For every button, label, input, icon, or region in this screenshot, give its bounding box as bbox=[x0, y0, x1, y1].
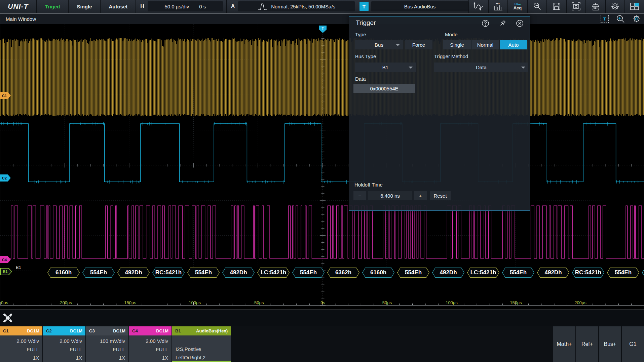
main-window: Main Window T T C1 C2 C4 B1 bbox=[0, 13, 644, 310]
acquire-panel[interactable]: Normal, 25kPts, 50.00MSa/s bbox=[238, 1, 355, 11]
auto-measure-icon[interactable] bbox=[469, 0, 488, 13]
time-axis-label: 50µs bbox=[382, 300, 392, 305]
chevron-down-icon bbox=[396, 44, 400, 46]
force-button[interactable]: Force bbox=[405, 40, 432, 49]
bus-frame: RC:5421h bbox=[572, 268, 604, 278]
mode-normal-button[interactable]: Normal bbox=[471, 40, 499, 49]
bus-lead-line bbox=[13, 273, 47, 273]
holdoff-increase-button[interactable]: + bbox=[414, 191, 427, 200]
data-value-input[interactable]: 0x0000554E bbox=[353, 84, 415, 93]
trigger-method-dropdown[interactable]: Data bbox=[434, 63, 528, 72]
bus-frame bbox=[642, 268, 644, 278]
help-icon[interactable] bbox=[482, 19, 489, 27]
bus-add-button[interactable]: Bus+ bbox=[599, 326, 621, 362]
data-label: Data bbox=[355, 76, 366, 82]
channel3-card[interactable]: C3 DC1M 100 mV/div FULL 1X bbox=[86, 326, 128, 362]
trigger-label-toggle-icon[interactable]: T bbox=[601, 15, 609, 23]
ch2-bandwidth: FULL bbox=[46, 345, 82, 354]
save-icon[interactable] bbox=[547, 0, 566, 13]
time-axis-label: 0µs bbox=[1, 300, 8, 305]
trigger-info: Bus AudioBus bbox=[404, 4, 435, 9]
ch1-bandwidth: FULL bbox=[3, 345, 39, 354]
bus-frame: 554Eh bbox=[82, 268, 115, 278]
single-button[interactable]: Single bbox=[69, 0, 100, 13]
clear-icon[interactable] bbox=[586, 0, 605, 13]
ch2-probe: 1X bbox=[46, 354, 82, 362]
bus-frame: 492Dh bbox=[117, 268, 150, 278]
bus-frame: 554Eh bbox=[502, 268, 534, 278]
channel1-card[interactable]: C1 DC1M 2.00 V/div FULL 1X bbox=[0, 326, 42, 362]
channel-status-bar: C1 DC1M 2.00 V/div FULL 1X C2 DC1M 2.00 … bbox=[0, 326, 644, 362]
bus-frame: 6160h bbox=[47, 268, 80, 278]
bus-name-label: B1 bbox=[16, 265, 21, 270]
bus-frame: 492Dh bbox=[537, 268, 569, 278]
trigger-info-panel[interactable]: Bus AudioBus bbox=[371, 1, 468, 11]
window-settings-icon[interactable] bbox=[632, 14, 641, 23]
horizontal-label: H bbox=[136, 3, 148, 9]
time-axis-label: 200µs bbox=[574, 300, 586, 305]
horizontal-offset-value: 0 s bbox=[199, 4, 206, 9]
bus-frame: 554Eh bbox=[187, 268, 220, 278]
channel4-card[interactable]: C4 DC1M 2.00 V/div FULL 1X bbox=[129, 326, 172, 362]
horizontal-panel[interactable]: 50.0 µs/div 0 s bbox=[148, 1, 223, 11]
brand-logo: UNI-T bbox=[0, 2, 36, 10]
bus1-card[interactable]: B1 AudioBus(Hex) I2S,Postive LeftOrRight… bbox=[172, 326, 231, 362]
acquire-label: A bbox=[227, 3, 238, 9]
mode-segmented-control: Single Normal Auto bbox=[443, 40, 527, 49]
main-window-titlebar: Main Window T bbox=[0, 14, 644, 24]
ch3-bandwidth: FULL bbox=[89, 345, 125, 354]
trigger-status-indicator[interactable]: Triged bbox=[37, 0, 68, 13]
settings-icon[interactable] bbox=[606, 0, 624, 13]
bus-type-label: Bus Type bbox=[355, 53, 376, 59]
toolbar-icon-group: FFT Ultra Acq bbox=[468, 0, 644, 13]
svg-text:FFT: FFT bbox=[496, 2, 500, 5]
math-add-button[interactable]: Math+ bbox=[553, 326, 575, 362]
pulse-icon bbox=[258, 2, 268, 11]
screenshot-icon[interactable] bbox=[567, 0, 585, 13]
ch2-scale: 2.00 V/div bbox=[46, 337, 82, 345]
ch4-probe: 1X bbox=[132, 354, 168, 362]
waveform-display[interactable]: T C1 C2 C4 B1 B1 6160h554Eh492DhRC:5421h… bbox=[0, 24, 644, 310]
timebase-value: 50.0 µs/div bbox=[164, 4, 189, 9]
holdoff-label: Holdoff Time bbox=[354, 182, 383, 188]
time-axis-label: -150µs bbox=[123, 300, 136, 305]
window-layout-icon[interactable] bbox=[625, 0, 644, 13]
close-icon[interactable] bbox=[516, 19, 524, 27]
holdoff-decrease-button[interactable]: − bbox=[353, 191, 366, 200]
channel2-card[interactable]: C2 DC1M 2.00 V/div FULL 1X bbox=[43, 326, 85, 362]
fft-icon[interactable]: FFT bbox=[489, 0, 507, 13]
bus-frame: 6160h bbox=[362, 268, 394, 278]
pin-icon[interactable] bbox=[499, 19, 506, 27]
holdoff-value[interactable]: 6.400 ns bbox=[368, 191, 412, 200]
mode-auto-button[interactable]: Auto bbox=[500, 40, 527, 49]
waveform-canvas bbox=[0, 24, 644, 310]
bus-frame: RC:5421h bbox=[152, 268, 185, 278]
ref-add-button[interactable]: Ref+ bbox=[576, 326, 598, 362]
time-axis-label: 100µs bbox=[446, 300, 458, 305]
bus-type-dropdown[interactable]: B1 bbox=[355, 63, 416, 72]
ultra-acquire-icon[interactable]: Ultra Acq bbox=[508, 0, 527, 13]
bus-frame: 6362h bbox=[327, 268, 359, 278]
time-axis-label: 0s bbox=[320, 300, 325, 305]
bus-frame: 492Dh bbox=[222, 268, 255, 278]
autoset-button[interactable]: Autoset bbox=[101, 0, 136, 13]
bus-format: I2S,Postive bbox=[176, 345, 227, 353]
trigger-t-button[interactable]: T bbox=[359, 2, 369, 11]
mode-label: Mode bbox=[445, 32, 458, 37]
annotate-pencil-icon[interactable] bbox=[3, 313, 13, 323]
zoom-in-icon[interactable] bbox=[616, 14, 625, 23]
chevron-down-icon bbox=[521, 67, 525, 69]
trigger-method-label: Trigger Method bbox=[434, 53, 468, 59]
ch3-probe: 1X bbox=[89, 354, 125, 362]
holdoff-reset-button[interactable]: Reset bbox=[430, 191, 451, 200]
g1-button[interactable]: G1 bbox=[622, 326, 644, 362]
mode-single-button[interactable]: Single bbox=[443, 40, 471, 49]
bus-frame: 554Eh bbox=[397, 268, 429, 278]
trigger-type-dropdown[interactable]: Bus bbox=[355, 40, 403, 49]
acquire-info: Normal, 25kPts, 50.00MSa/s bbox=[271, 4, 335, 9]
search-icon[interactable] bbox=[528, 0, 546, 13]
chevron-down-icon bbox=[409, 67, 413, 69]
oscilloscope-screen: UNI-T Triged Single Autoset H 50.0 µs/di… bbox=[0, 0, 644, 362]
bus-frame: 492Dh bbox=[432, 268, 464, 278]
bus1-accent-strip bbox=[172, 361, 231, 362]
